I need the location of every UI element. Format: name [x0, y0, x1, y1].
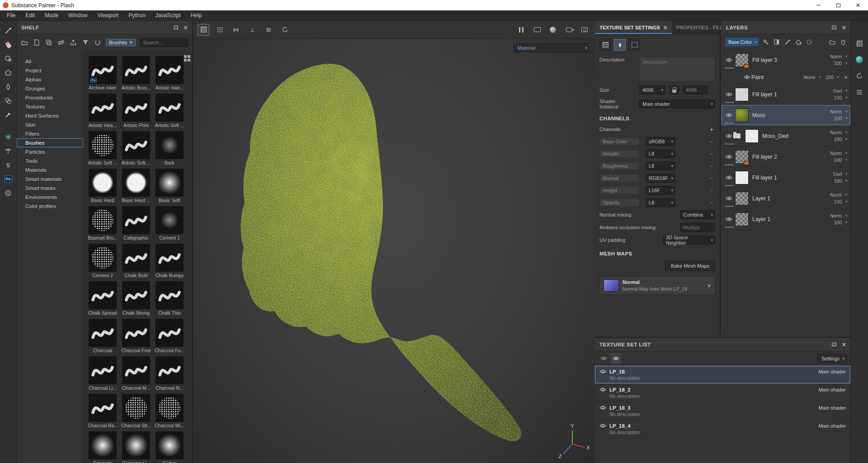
remove-channel-button[interactable] — [708, 163, 715, 169]
blend-mode-dropdown[interactable]: Ovrl — [833, 171, 848, 177]
history-panel-icon[interactable] — [854, 71, 864, 80]
layer-row[interactable]: Fill layer 2 Norm 100 — [722, 146, 850, 167]
layer-visibility-icon[interactable] — [724, 57, 733, 62]
log-panel-icon[interactable] — [854, 88, 864, 97]
shelf-category[interactable]: Grunges — [17, 84, 83, 93]
channel-format-dropdown[interactable]: L8 — [646, 161, 675, 170]
blend-mode-dropdown[interactable]: Norm — [830, 192, 848, 198]
shelf-category[interactable]: Project — [17, 66, 83, 75]
remove-channel-button[interactable] — [708, 200, 715, 205]
add-folder-icon[interactable] — [828, 38, 836, 46]
shelf-category[interactable]: Environments — [17, 193, 83, 202]
shelf-category[interactable]: Tools — [17, 156, 83, 165]
layer-row[interactable]: Layer 1 Norm 100 — [722, 188, 850, 209]
opacity-dropdown[interactable]: 100 — [834, 220, 848, 225]
layer-row[interactable]: Fill layer 3 Norm 100 — [722, 50, 850, 71]
new-resource-icon[interactable] — [33, 38, 41, 47]
opacity-dropdown[interactable]: 100 — [834, 199, 848, 204]
undock-panel-icon[interactable] — [832, 25, 836, 29]
blend-mode-dropdown[interactable]: Norm — [830, 151, 848, 156]
texture-set-visibility-icon[interactable] — [599, 387, 606, 392]
filter-chip[interactable]: Brushes — [106, 39, 136, 46]
opacity-dropdown[interactable]: 100 — [834, 61, 848, 66]
layer-row[interactable]: Fill layer 1 Ovrl 100 — [722, 84, 850, 105]
layer-visibility-icon[interactable] — [724, 175, 733, 180]
menu-item[interactable]: Help — [186, 12, 207, 19]
tile-mode-icon[interactable] — [214, 24, 226, 36]
close-panel-icon[interactable] — [842, 24, 846, 31]
brush-item[interactable]: Basmati Bru... — [88, 206, 117, 241]
layer-visibility-icon[interactable] — [724, 133, 733, 138]
brush-item[interactable]: Cement 1 — [155, 206, 184, 241]
duplicate-resource-icon[interactable] — [45, 38, 53, 47]
delete-layer-icon[interactable] — [839, 38, 847, 46]
brush-item[interactable]: Charcoal Wi... — [155, 394, 184, 429]
remove-filter-icon[interactable] — [129, 40, 132, 45]
filter-icon[interactable] — [81, 38, 90, 47]
brush-item[interactable]: Cement 2 — [88, 244, 117, 279]
substance-share-icon[interactable]: S — [3, 161, 13, 170]
close-button[interactable] — [848, 0, 868, 10]
shelf-category[interactable]: Filters — [17, 129, 83, 138]
remove-channel-button[interactable] — [708, 188, 715, 193]
shader-instance-dropdown[interactable]: Main shader — [639, 99, 715, 109]
channel-format-dropdown[interactable]: sRGB8 — [646, 137, 675, 146]
material-sphere-icon[interactable] — [547, 24, 559, 36]
layer-visibility-icon[interactable] — [724, 196, 733, 201]
texture-view-icon[interactable] — [854, 39, 864, 48]
menu-item[interactable]: Python — [123, 12, 150, 19]
shader-ball-icon[interactable] — [854, 55, 864, 64]
brush-item[interactable]: Concrete — [88, 431, 117, 463]
blend-mode-dropdown[interactable]: Norm — [830, 109, 848, 114]
brush-item[interactable]: Chalk Bumpy — [155, 244, 184, 279]
viewport-canvas[interactable]: Material Y X Z — [193, 39, 595, 463]
menu-item[interactable]: Edit — [20, 12, 40, 19]
layer-row[interactable]: Layer 1 Norm 100 — [722, 209, 850, 230]
brush-item[interactable]: Charcoal Fu... — [155, 319, 184, 354]
clone-tool-icon[interactable] — [3, 96, 13, 105]
brush-item[interactable]: Artistic Hea... — [88, 94, 117, 128]
remove-channel-button[interactable] — [708, 139, 715, 144]
mirror-symmetry-icon[interactable]: ⋈ — [230, 24, 242, 36]
brush-item[interactable]: Charcoal Str... — [122, 394, 151, 429]
texture-set-visibility-icon[interactable] — [599, 369, 606, 374]
brush-item[interactable]: Concrete Li... — [122, 431, 151, 463]
menu-item[interactable]: File — [2, 12, 20, 19]
layer-visibility-icon[interactable] — [742, 75, 751, 80]
shelf-category[interactable]: Color profiles — [17, 202, 83, 211]
grid-view-icon[interactable] — [184, 55, 187, 58]
add-mask-icon[interactable] — [773, 38, 781, 46]
layer-row[interactable]: Paint Norm 100 — [722, 71, 850, 84]
screenshot-icon[interactable] — [579, 24, 590, 36]
opacity-dropdown[interactable]: 100 — [834, 137, 848, 142]
undock-panel-icon[interactable] — [832, 342, 836, 346]
brush-item[interactable]: Basic Hard — [88, 169, 117, 203]
pause-engine-icon[interactable] — [515, 24, 527, 36]
opacity-dropdown[interactable]: 100 — [834, 95, 848, 100]
tab-properties-fill[interactable]: PROPERTIES - FILL — [672, 21, 727, 34]
size-dropdown[interactable]: 4096 — [639, 85, 665, 94]
brush-item[interactable]: Charcoal M... — [122, 356, 151, 391]
hide-resources-icon[interactable] — [57, 38, 65, 47]
texture-set-visibility-icon[interactable] — [599, 405, 606, 410]
blend-mode-dropdown[interactable]: Norm — [830, 130, 848, 135]
shelf-category[interactable]: Textures — [17, 102, 83, 111]
layer-visibility-icon[interactable] — [724, 113, 733, 118]
brush-item[interactable]: Chalk Strong — [122, 281, 151, 316]
lock-size-button[interactable] — [669, 85, 679, 94]
close-tab-icon[interactable] — [664, 24, 667, 31]
folder-icon[interactable] — [20, 38, 28, 47]
add-fill-layer-icon[interactable] — [795, 38, 802, 46]
opacity-dropdown[interactable]: 100 — [834, 116, 848, 121]
brush-item[interactable]: Charcoal — [88, 319, 117, 354]
uv-grid-toggle-icon[interactable] — [198, 24, 209, 36]
material-picker-tool-icon[interactable] — [3, 110, 13, 119]
add-paint-layer-icon[interactable] — [784, 38, 792, 46]
texture-set-row[interactable]: LP_18_2 Main shader No description — [595, 384, 850, 402]
brush-item[interactable]: Ps Archive Inker — [88, 56, 117, 91]
menu-item[interactable]: Mode — [40, 12, 63, 19]
display-settings-icon[interactable] — [531, 24, 543, 36]
opacity-dropdown[interactable]: 100 — [826, 75, 840, 80]
paint-tool-icon[interactable] — [3, 26, 13, 35]
particles-tool-icon[interactable] — [3, 132, 13, 142]
